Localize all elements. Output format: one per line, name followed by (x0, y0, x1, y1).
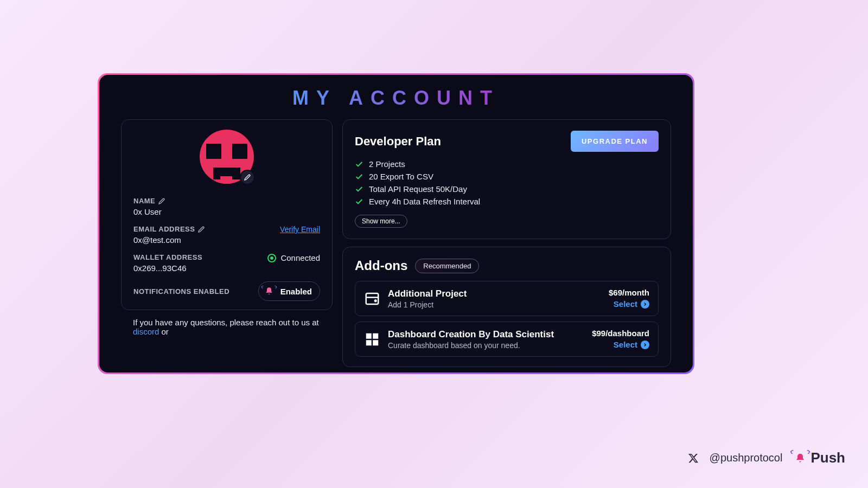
addon-price: $69/month (609, 288, 649, 297)
addon-desc: Add 1 Project (388, 300, 601, 309)
bell-icon (263, 285, 275, 297)
avatar-container (200, 130, 254, 184)
verify-email-link[interactable]: Verify Email (280, 225, 320, 234)
svg-rect-7 (373, 340, 378, 345)
addon-price: $99/dashboard (592, 329, 649, 338)
svg-rect-4 (366, 333, 372, 338)
svg-rect-6 (366, 340, 372, 345)
email-label: EMAIL ADDRESS (133, 225, 195, 233)
feature-item: 20 Export To CSV (355, 172, 659, 181)
project-add-icon (364, 291, 380, 307)
addon-name: Additional Project (388, 288, 601, 299)
upgrade-plan-button[interactable]: UPGRADE PLAN (571, 131, 659, 152)
pencil-icon[interactable] (198, 226, 205, 233)
check-icon (355, 172, 363, 181)
right-column: Developer Plan UPGRADE PLAN 2 Projects 2… (342, 119, 671, 367)
plan-card: Developer Plan UPGRADE PLAN 2 Projects 2… (342, 119, 671, 239)
arrow-right-icon (641, 341, 649, 349)
page-title: MY ACCOUNT (99, 87, 693, 110)
wallet-status: Connected (267, 253, 320, 262)
x-logo-icon (688, 453, 699, 464)
bell-icon (793, 451, 807, 465)
connected-label: Connected (280, 253, 320, 262)
addons-card: Add-ons Recommended Additional Project A… (342, 247, 671, 367)
email-field: EMAIL ADDRESS 0x@test.com Verify Email (133, 225, 320, 245)
plan-features: 2 Projects 20 Export To CSV Total API Re… (355, 159, 659, 206)
feature-item: Every 4h Data Refresh Interval (355, 197, 659, 206)
profile-card: NAME 0x User EMAIL ADDRESS (121, 119, 333, 310)
notifications-label: NOTIFICATIONS ENABLED (133, 287, 229, 296)
pencil-icon[interactable] (158, 198, 165, 204)
svg-rect-0 (366, 293, 379, 304)
recommended-badge: Recommended (415, 259, 479, 273)
name-value: 0x User (133, 207, 320, 216)
left-column: NAME 0x User EMAIL ADDRESS (121, 119, 333, 367)
addon-desc: Curate dashboard based on your need. (388, 341, 584, 350)
addon-item: Dashboard Creation By Data Scientist Cur… (355, 322, 659, 357)
addon-item: Additional Project Add 1 Project $69/mon… (355, 281, 659, 316)
addon-name: Dashboard Creation By Data Scientist (388, 329, 584, 340)
notifications-toggle[interactable]: Enabled (258, 281, 320, 301)
app-frame: MY ACCOUNT NAME (98, 73, 694, 374)
wallet-label: WALLET ADDRESS (133, 253, 202, 261)
select-addon-button[interactable]: Select (614, 299, 649, 309)
addons-title: Add-ons (355, 258, 407, 273)
email-value: 0x@test.com (133, 235, 205, 245)
check-icon (355, 197, 363, 206)
wallet-field: WALLET ADDRESS 0x269...93C46 Connected (133, 253, 320, 273)
name-field: NAME 0x User (133, 197, 320, 216)
plan-title: Developer Plan (355, 134, 441, 149)
discord-link[interactable]: discord (133, 327, 159, 336)
check-icon (355, 185, 363, 194)
select-addon-button[interactable]: Select (614, 340, 649, 349)
content-area: NAME 0x User EMAIL ADDRESS (99, 119, 693, 367)
name-label: NAME (133, 197, 155, 205)
show-more-button[interactable]: Show more... (355, 215, 407, 228)
notifications-field: NOTIFICATIONS ENABLED Enabled (133, 281, 320, 301)
svg-rect-5 (373, 333, 378, 338)
help-text: If you have any questions, please reach … (121, 318, 333, 336)
wallet-value: 0x269...93C46 (133, 264, 202, 273)
footer-brand: @pushprotocol Push (688, 450, 845, 466)
push-brand-text: Push (810, 450, 845, 466)
social-handle: @pushprotocol (710, 452, 783, 464)
dashboard-icon (364, 331, 380, 348)
feature-item: Total API Request 50K/Day (355, 184, 659, 194)
pencil-icon (244, 174, 251, 181)
push-logo: Push (793, 450, 845, 466)
status-dot-icon (267, 254, 276, 262)
feature-item: 2 Projects (355, 159, 659, 169)
check-icon (355, 160, 363, 169)
edit-avatar-button[interactable] (240, 170, 255, 185)
arrow-right-icon (641, 300, 649, 309)
app-window: MY ACCOUNT NAME (99, 75, 693, 373)
enabled-label: Enabled (280, 287, 312, 296)
